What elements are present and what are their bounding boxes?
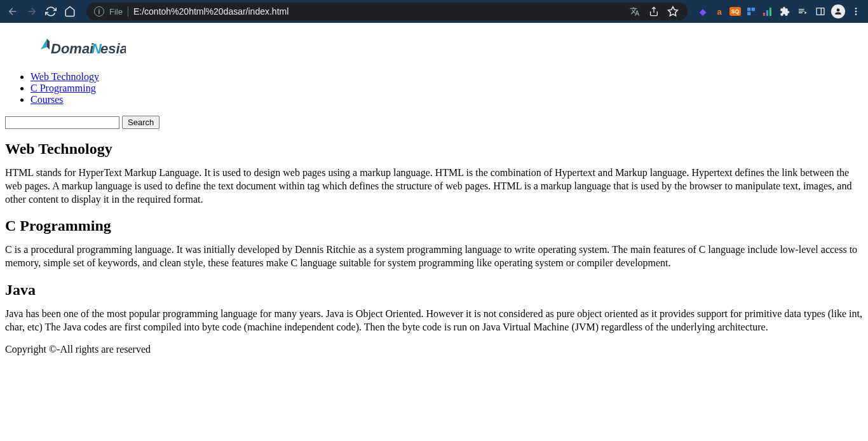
- svg-rect-5: [766, 10, 768, 16]
- nav-item-courses: Courses: [31, 94, 863, 105]
- info-icon[interactable]: i: [94, 6, 104, 17]
- svg-point-9: [855, 8, 857, 10]
- reload-button[interactable]: [43, 4, 58, 19]
- heading-java: Java: [5, 282, 863, 299]
- svg-rect-7: [817, 8, 824, 15]
- nav-list: Web Technology C Programming Courses: [5, 71, 863, 105]
- extension-icon-a[interactable]: a: [713, 5, 726, 18]
- forward-button[interactable]: [24, 4, 39, 19]
- site-logo: Domai N esia: [37, 36, 863, 64]
- search-input[interactable]: [5, 116, 119, 129]
- nav-item-web-technology: Web Technology: [31, 71, 863, 83]
- svg-text:esia: esia: [100, 41, 126, 57]
- browser-toolbar: i File E:/contoh%20html%20dasar/index.ht…: [0, 0, 868, 23]
- page-content: Domai N esia Web Technology C Programmin…: [0, 23, 868, 370]
- heading-web-technology: Web Technology: [5, 140, 863, 158]
- sidepanel-icon[interactable]: [813, 4, 827, 18]
- url-text: E:/contoh%20html%20dasar/index.html: [133, 6, 623, 17]
- extension-icon-bars[interactable]: [761, 5, 774, 18]
- address-divider: [128, 6, 128, 17]
- svg-text:Domai: Domai: [51, 41, 94, 57]
- svg-rect-3: [747, 12, 750, 15]
- nav-link-c-programming[interactable]: C Programming: [31, 83, 96, 93]
- share-icon[interactable]: [647, 4, 661, 18]
- translate-icon[interactable]: [628, 4, 642, 18]
- search-button[interactable]: Search: [122, 116, 159, 129]
- svg-point-11: [855, 13, 857, 15]
- nav-item-c-programming: C Programming: [31, 83, 863, 94]
- svg-marker-12: [41, 39, 47, 50]
- paragraph-c-programming: C is a procedural programming language. …: [5, 243, 863, 270]
- svg-rect-2: [752, 8, 755, 11]
- address-bar[interactable]: i File E:/contoh%20html%20dasar/index.ht…: [86, 3, 688, 20]
- nav-link-courses[interactable]: Courses: [31, 94, 64, 105]
- svg-rect-4: [763, 13, 765, 16]
- svg-rect-1: [747, 8, 750, 11]
- extension-icon-4[interactable]: [745, 5, 757, 18]
- bookmark-star-icon[interactable]: [666, 4, 680, 18]
- extension-icon-1[interactable]: ◆: [696, 5, 709, 18]
- extension-icon-sq[interactable]: SQ: [729, 7, 741, 16]
- back-button[interactable]: [5, 4, 20, 19]
- menu-icon[interactable]: [849, 4, 863, 18]
- paragraph-web-technology: HTML stands for HyperText Markup Languag…: [5, 166, 863, 206]
- svg-point-10: [855, 11, 857, 13]
- home-button[interactable]: [62, 4, 78, 19]
- extensions-puzzle-icon[interactable]: [778, 4, 792, 18]
- profile-avatar[interactable]: [831, 4, 845, 18]
- svg-marker-13: [47, 39, 50, 50]
- search-form: Search: [5, 116, 863, 129]
- footer-text: Copyright ©-All rights are reserved: [5, 343, 863, 356]
- playlist-icon[interactable]: [796, 4, 810, 18]
- svg-rect-6: [770, 8, 771, 16]
- heading-c-programming: C Programming: [5, 217, 863, 234]
- nav-link-web-technology[interactable]: Web Technology: [31, 71, 99, 82]
- svg-marker-0: [668, 7, 678, 16]
- url-scheme-label: File: [109, 7, 123, 17]
- paragraph-java: Java has been one of the most popular pr…: [5, 308, 863, 334]
